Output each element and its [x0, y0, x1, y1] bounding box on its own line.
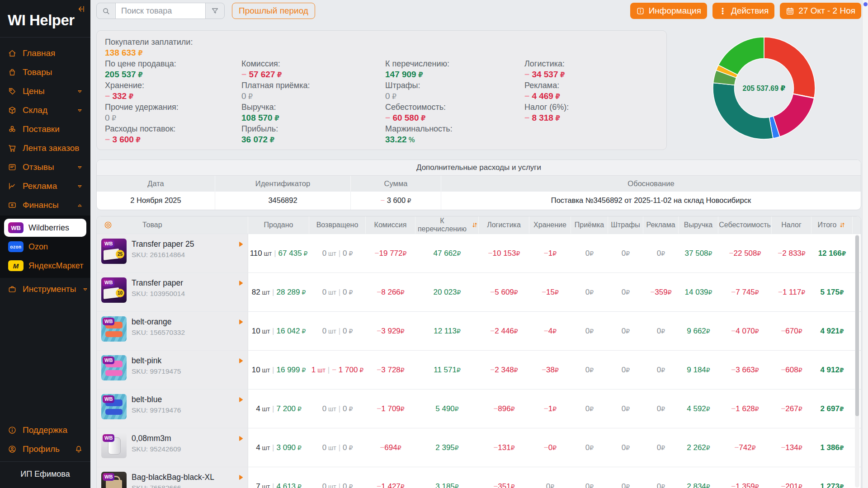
sidebar-item-ads[interactable]: Реклама — [0, 177, 90, 196]
currency-unit: ₽ — [626, 328, 630, 335]
sidebar-item-prices[interactable]: Цены — [0, 82, 90, 101]
sidebar-item-supplies[interactable]: Поставки — [0, 120, 90, 139]
sidebar-item-label: Инструменты — [23, 284, 76, 294]
summary-stat-label: Покупатели заплатили: — [105, 37, 241, 47]
summary-stat-label: Платная приёмка: — [241, 80, 385, 91]
sidebar-item-tools[interactable]: Инструменты — [0, 280, 90, 299]
currency-unit: ₽ — [516, 250, 520, 257]
information-button[interactable]: Информация — [630, 3, 707, 19]
sidebar-item-orders[interactable]: Лента заказов — [0, 139, 90, 158]
table-row[interactable]: WBbelt-orangeSKU: 15657033210 шт|16 042 … — [97, 311, 861, 350]
cell-acceptance: 0 ₽ — [571, 428, 608, 467]
cell-storage: − 4 ₽ — [529, 312, 571, 350]
sidebar-item-label: Лента заказов — [23, 143, 83, 153]
currency-unit: ₽ — [457, 289, 461, 296]
sidebar-item-home[interactable]: Главная — [0, 44, 90, 63]
sidebar-item-products[interactable]: Товары — [0, 63, 90, 82]
cell-penalties: 0 ₽ — [608, 273, 643, 311]
actions-button[interactable]: Действия — [712, 3, 774, 19]
minus-sign: − — [332, 366, 339, 374]
chevron-down-icon — [82, 286, 89, 293]
summary-stat-value: 138 633 ₽ — [105, 47, 241, 58]
product-sku: SKU: 76582666 — [132, 484, 244, 488]
previous-period-button[interactable]: Прошлый период — [232, 3, 315, 19]
product-sku: SKU: 103950014 — [132, 290, 244, 298]
column-header-11: Выручка — [679, 216, 718, 234]
table-scrollbar-thumb[interactable] — [855, 235, 859, 416]
product-cell: WB0,08mm3mSKU: 95242609 — [97, 428, 248, 467]
cell-tax: − 267 ₽ — [772, 389, 811, 428]
sidebar-item-wildberries[interactable]: WBWildberries — [4, 219, 86, 237]
chevron-down-icon — [76, 88, 83, 95]
sidebar-item-reviews[interactable]: Отзывы — [0, 158, 90, 177]
window-scrollbar[interactable] — [862, 0, 868, 488]
summary-stat-label: Маржинальность: — [385, 123, 524, 134]
currency-unit: ₽ — [455, 483, 459, 488]
expand-row-icon[interactable] — [237, 474, 244, 481]
filter-button[interactable] — [205, 3, 224, 19]
sort-icon — [839, 221, 846, 229]
table-row[interactable]: WB10Transfer paperSKU: 10395001482 шт|28… — [97, 272, 861, 311]
currency-unit: ₽ — [661, 366, 665, 374]
currency-unit: ₽ — [514, 366, 518, 374]
sidebar-item-support[interactable]: Поддержка — [0, 421, 90, 440]
table-row[interactable]: WB25Transfer paper 25SKU: 261614864110 ш… — [97, 234, 861, 272]
currency-unit: ₽ — [347, 444, 353, 451]
expand-row-icon[interactable] — [237, 241, 244, 248]
table-row[interactable]: WBBag-blackBag-black-XLSKU: 765826667 шт… — [97, 467, 861, 488]
sidebar-item-finance[interactable]: Финансы — [0, 196, 90, 215]
sold-sum: 4 613 ₽ — [277, 482, 302, 488]
donut-slice[interactable] — [773, 94, 814, 136]
info-square-icon — [636, 7, 645, 15]
summary-stat-value: 108 570 ₽ — [241, 113, 385, 123]
returned-qty: 0 шт — [322, 404, 336, 413]
sidebar-item-yandexmarket[interactable]: MЯндексМаркет — [4, 257, 86, 275]
date-range-button[interactable]: 27 Окт - 2 Ноя — [780, 3, 861, 19]
column-header-label: Продано — [264, 221, 293, 229]
products-table-body: WB25Transfer paper 25SKU: 261614864110 ш… — [97, 234, 861, 488]
currency-unit: шт — [326, 483, 336, 488]
sidebar-item-label: Wildberries — [28, 223, 69, 233]
summary-stat-label: Штрафы: — [385, 80, 524, 91]
expand-row-icon[interactable] — [237, 435, 244, 442]
currency-unit: ₽ — [626, 289, 630, 296]
product-sku: SKU: 261614864 — [132, 251, 244, 259]
currency-unit: ₽ — [552, 250, 557, 257]
collapse-sidebar-icon[interactable] — [76, 5, 85, 14]
search-input[interactable] — [116, 3, 205, 19]
expand-row-icon[interactable] — [237, 280, 244, 286]
cell-tax: − 608 ₽ — [772, 351, 811, 389]
sidebar-item-profile[interactable]: Профиль — [0, 440, 90, 459]
cell-tax: − 201 ₽ — [772, 467, 811, 488]
currency-unit: ₽ — [134, 136, 141, 144]
table-row[interactable]: WB0,08mm3mSKU: 952426094 шт|3 090 ₽0 шт|… — [97, 428, 861, 467]
table-scrollbar[interactable] — [855, 235, 859, 488]
sidebar-item-stock[interactable]: Склад — [0, 101, 90, 120]
summary-stat-label: Прибыль: — [241, 123, 385, 134]
product-info: belt-orangeSKU: 156570332 — [132, 316, 244, 337]
currency-unit: ₽ — [455, 444, 459, 451]
currency-unit: ₽ — [842, 250, 846, 257]
currency-unit: ₽ — [590, 405, 594, 413]
sidebar-item-ozon[interactable]: ozonOzon — [4, 238, 86, 256]
expand-row-icon[interactable] — [237, 396, 244, 403]
sidebar-item-label: Поддержка — [23, 425, 83, 435]
cell-returned: 0 шт|0 ₽ — [309, 428, 366, 467]
product-image: WB — [101, 394, 127, 419]
column-header-5[interactable]: К перечислению — [415, 216, 479, 234]
information-button-label: Информация — [649, 6, 701, 16]
table-row[interactable]: WBbelt-blueSKU: 997194764 шт|7 200 ₽0 шт… — [97, 389, 861, 428]
separator: | — [270, 482, 276, 488]
expand-row-icon[interactable] — [237, 357, 244, 364]
expand-row-icon[interactable] — [237, 319, 244, 325]
currency-unit: ₽ — [457, 328, 461, 335]
date-range-label: 27 Окт - 2 Ноя — [798, 6, 855, 16]
column-header-14[interactable]: Итого — [811, 216, 853, 234]
column-header-label: Себестоимость — [719, 221, 771, 229]
column-header-label: Комиссия — [374, 221, 407, 229]
table-row[interactable]: WBbelt-pinkSKU: 9971947510 шт|16 999 ₽1 … — [97, 350, 861, 389]
info-icon — [8, 426, 17, 435]
summary-stat-value: − 57 627 ₽ — [241, 69, 385, 80]
sold-qty: 10 шт — [252, 327, 270, 336]
product-name: Transfer paper 25 — [132, 239, 194, 249]
